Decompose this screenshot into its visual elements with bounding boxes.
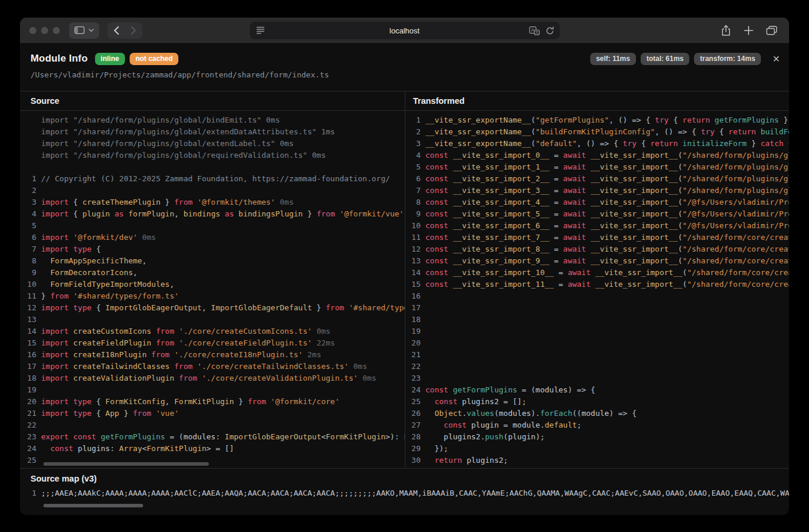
horizontal-scrollbar[interactable] <box>43 504 143 507</box>
code-panes: Source import "/shared/form/plugins/glob… <box>20 91 789 468</box>
code-line: 6const __vite_ssr_import_2__ = await __v… <box>405 173 789 185</box>
code-line: 1// Copyright (C) 2012-2025 Zammad Found… <box>20 173 405 185</box>
code-line: 10 FormFieldTypeImportModules, <box>20 279 405 290</box>
code-line: 16 <box>405 290 789 302</box>
page-title: Module Info <box>31 53 88 65</box>
back-button[interactable] <box>114 26 119 35</box>
chevron-down-icon <box>89 29 94 32</box>
code-line: 10const __vite_ssr_import_6__ = await __… <box>405 220 789 232</box>
badge: total: 61ms <box>641 53 689 65</box>
new-tab-icon[interactable] <box>744 26 753 35</box>
sidebar-toggle-button[interactable] <box>69 22 99 39</box>
code-line: import "/shared/form/plugins/global/exte… <box>20 126 405 138</box>
code-line: 22 <box>405 361 789 372</box>
code-line: 17 <box>405 302 789 314</box>
code-line: import "/shared/form/plugins/global/bind… <box>20 114 405 126</box>
code-line: 4import { plugin as formPlugin, bindings… <box>20 208 405 220</box>
code-line: 25 const plugins2 = []; <box>405 396 789 408</box>
code-line: 13 <box>20 314 405 326</box>
share-icon[interactable] <box>721 25 731 36</box>
code-line: import "/shared/form/plugins/global/exte… <box>20 138 405 150</box>
code-line: 3__vite_ssr_exportName__("default", () =… <box>405 138 789 150</box>
code-line: 12const __vite_ssr_import_8__ = await __… <box>405 243 789 255</box>
sidebar-icon <box>75 26 84 34</box>
code-line: 14const __vite_ssr_import_10__ = await _… <box>405 267 789 279</box>
source-panel-title: Source <box>20 92 405 111</box>
badge: not cached <box>130 53 178 65</box>
source-panel: Source import "/shared/form/plugins/glob… <box>20 92 405 468</box>
tab-overview-icon[interactable] <box>766 26 777 35</box>
traffic-light-minimize[interactable] <box>41 27 48 34</box>
forward-button[interactable] <box>131 26 136 35</box>
code-line: 9const __vite_ssr_import_5__ = await __v… <box>405 208 789 220</box>
code-line: 19 <box>405 326 789 337</box>
code-line: 1;;;AAEA;AAAkC;AAAA;AAAA;AAAA;AAClC;AAEA… <box>20 487 789 499</box>
code-line: 18import createValidationPlugin from './… <box>20 372 405 384</box>
code-line: 1__vite_ssr_exportName__("getFormPlugins… <box>405 114 789 126</box>
code-line: 20import type { FormKitConfig, FormKitPl… <box>20 396 405 408</box>
code-line: 4const __vite_ssr_import_0__ = await __v… <box>405 150 789 161</box>
code-line: 15const __vite_ssr_import_11__ = await _… <box>405 279 789 290</box>
translate-icon[interactable]: A文 <box>529 26 540 35</box>
code-line: 3import { createThemePlugin } from '@for… <box>20 196 405 208</box>
code-line: 28 plugins2.push(plugin); <box>405 431 789 443</box>
traffic-light-zoom[interactable] <box>53 27 60 34</box>
timing-badges: self: 11mstotal: 61mstransform: 14ms <box>590 53 761 65</box>
code-line: 16import createI18nPlugin from './core/c… <box>20 349 405 361</box>
code-line: 14import createCustomIcons from './core/… <box>20 326 405 337</box>
sourcemap-title: Source map (v3) <box>20 469 789 487</box>
transformed-panel-title: Transformed <box>405 92 789 111</box>
svg-text:文: 文 <box>535 30 539 34</box>
code-line: 26 Object.values(modules).forEach((modul… <box>405 408 789 419</box>
code-line: 7const __vite_ssr_import_3__ = await __v… <box>405 185 789 196</box>
traffic-light-close[interactable] <box>29 27 36 34</box>
code-line: 5const __vite_ssr_import_1__ = await __v… <box>405 161 789 173</box>
sourcemap-section: Source map (v3) 1;;;AAEA;AAAkC;AAAA;AAAA… <box>20 468 789 515</box>
reload-icon[interactable] <box>546 26 554 35</box>
source-code-area[interactable]: import "/shared/form/plugins/global/bind… <box>20 111 405 468</box>
toolbar-actions <box>721 25 780 36</box>
code-line: 24const getFormPlugins = (modules) => { <box>405 384 789 396</box>
code-line: 30 return plugins2; <box>405 455 789 466</box>
browser-window: localhost A文 Module Inf <box>20 18 789 515</box>
transformed-panel: Transformed 1__vite_ssr_exportName__("ge… <box>405 92 789 468</box>
close-button[interactable]: × <box>773 53 780 64</box>
code-line: 19 <box>20 384 405 396</box>
code-line: 6import '@formkit/dev' 0ms <box>20 232 405 243</box>
badge: self: 11ms <box>590 53 636 65</box>
code-line: 2 <box>20 185 405 196</box>
sourcemap-code-area[interactable]: 1;;;AAEA;AAAkC;AAAA;AAAA;AAAA;AAClC;AAEA… <box>20 487 789 499</box>
code-line: 20 <box>405 337 789 349</box>
code-line: 29 }); <box>405 443 789 455</box>
code-line: 15import createFieldPlugin from './core/… <box>20 337 405 349</box>
code-line: 8 FormAppSpecificTheme, <box>20 255 405 267</box>
code-line: import "/shared/form/plugins/global/requ… <box>20 150 405 161</box>
code-line: 12import type { ImportGlobEagerOutput, I… <box>20 302 405 314</box>
code-line: 2__vite_ssr_exportName__("buildFormKitPl… <box>405 126 789 138</box>
badge: inline <box>95 53 125 65</box>
code-line: 18 <box>405 314 789 326</box>
code-line: 23 <box>405 372 789 384</box>
code-line: 9 FormDecoratorIcons, <box>20 267 405 279</box>
url-text: localhost <box>390 26 419 35</box>
module-path: /Users/vladimir/Projects/zammad/app/fron… <box>31 70 780 79</box>
code-line: 22 <box>20 419 405 431</box>
code-line: 7import type { <box>20 243 405 255</box>
reader-icon[interactable] <box>256 26 265 34</box>
code-line: 11} from '#shared/types/form.ts' <box>20 290 405 302</box>
code-line: 21 <box>405 349 789 361</box>
navigation-buttons <box>107 22 143 39</box>
horizontal-scrollbar[interactable] <box>43 462 209 466</box>
transformed-code-area[interactable]: 1__vite_ssr_exportName__("getFormPlugins… <box>405 111 789 468</box>
module-info-header: Module Info inlinenot cached self: 11mst… <box>20 43 789 91</box>
code-line: 11const __vite_ssr_import_7__ = await __… <box>405 232 789 243</box>
code-line: 27 const plugin = module.default; <box>405 419 789 431</box>
code-line <box>20 161 405 173</box>
browser-toolbar: localhost A文 <box>20 18 789 43</box>
traffic-lights <box>29 27 60 34</box>
code-line: 8const __vite_ssr_import_4__ = await __v… <box>405 196 789 208</box>
address-bar[interactable]: localhost A文 <box>250 22 560 39</box>
code-line: 5 <box>20 220 405 232</box>
code-line: 21import type { App } from 'vue' <box>20 408 405 419</box>
code-line: 13const __vite_ssr_import_9__ = await __… <box>405 255 789 267</box>
